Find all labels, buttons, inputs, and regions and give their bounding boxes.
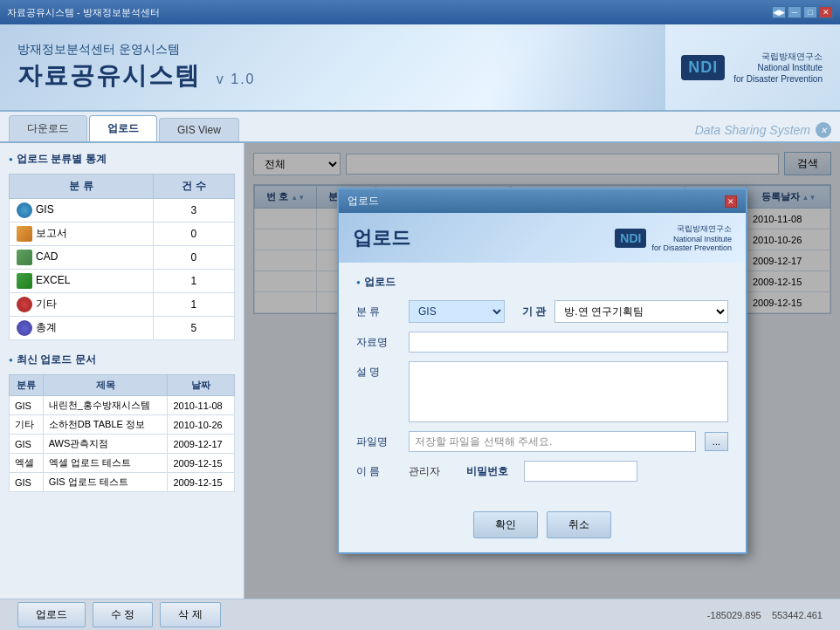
stats-table: 분 류 건 수 GIS 3 보고서 0 CAD 0 EXCEL (9, 174, 235, 340)
dataname-label: 자료명 (356, 335, 400, 350)
form-row-dataname: 자료명 (356, 332, 728, 353)
recent-row-3[interactable]: 엑셀 엑셀 업로드 테스트 2009-12-15 (10, 454, 235, 473)
other-count: 1 (153, 293, 234, 317)
recent-table: 분류 제목 날짜 GIS 내린천_홍수방재시스템 2010-11-08 기타 소… (9, 374, 235, 492)
window-controls: ◀▶ ─ □ ✕ (772, 6, 833, 18)
arrows-btn[interactable]: ◀▶ (772, 6, 786, 18)
recent-row-2[interactable]: GIS AWS관측지점 2009-12-17 (10, 435, 235, 454)
header-subtitle: 방재정보분석센터 운영시스템 (17, 42, 255, 58)
data-sharing-label: Data Sharing System (695, 123, 810, 137)
report-count: 0 (153, 223, 234, 246)
header-left: 방재정보분석센터 운영시스템 자료공유시스템 v 1.0 (17, 42, 255, 92)
desc-textarea[interactable] (409, 361, 728, 422)
modify-button[interactable]: 수 정 (93, 602, 153, 627)
modal-title-bar: 업로드 ✕ (339, 189, 746, 213)
coordinates: -185029.895 553442.461 (707, 610, 823, 620)
desc-label: 설 명 (356, 365, 400, 380)
category-dropdown[interactable]: GIS보고서CADEXCEL기타 (409, 300, 505, 323)
coord-y: 553442.461 (772, 610, 823, 620)
minimize-btn[interactable]: ─ (788, 6, 802, 18)
tab-bar: 다운로드 업로드 GIS View Data Sharing System ✕ (0, 112, 840, 143)
dataname-input[interactable] (409, 332, 728, 353)
form-row-category-org: 분 류 GIS보고서CADEXCEL기타 기 관 방.연 연구기획팀 (356, 300, 728, 323)
recent-header-date: 날짜 (168, 375, 235, 396)
coord-x: -185029.895 (707, 610, 761, 620)
excel-icon (17, 273, 32, 289)
tab-upload[interactable]: 업로드 (89, 115, 157, 141)
tab-close-icon[interactable]: ✕ (816, 122, 831, 138)
form-row-desc: 설 명 (356, 361, 728, 422)
upload-button[interactable]: 업로드 (17, 602, 86, 627)
file-label: 파일명 (356, 435, 400, 449)
stats-row-other: 기타 1 (10, 293, 235, 317)
author-label: 이 름 (356, 464, 400, 479)
header-title: 자료공유시스템 v 1.0 (17, 59, 255, 92)
modal-header: 업로드 NDI 국립방재연구소 National Institute for D… (339, 213, 746, 263)
modal-title: 업로드 (348, 194, 379, 209)
other-icon (17, 297, 32, 312)
modal-close-button[interactable]: ✕ (725, 195, 737, 208)
ndi-logo: NDI (681, 55, 725, 80)
title-bar: 자료공유시스템 - 방재정보분석센터 ◀▶ ─ □ ✕ (0, 0, 840, 24)
recent-section-title: 최신 업로드 문서 (9, 353, 235, 367)
bottom-bar: 업로드 수 정 삭 제 -185029.895 553442.461 (0, 599, 840, 630)
header-right: NDI 국립방재연구소 National Institute for Disas… (681, 51, 823, 85)
close-btn[interactable]: ✕ (819, 6, 833, 18)
form-row-author-password: 이 름 관리자 비밀번호 (356, 461, 728, 482)
report-icon (17, 226, 32, 242)
stats-header-count: 건 수 (153, 175, 234, 199)
org-label: 기 관 (522, 305, 546, 319)
app-header: 방재정보분석센터 운영시스템 자료공유시스템 v 1.0 NDI 국립방재연구소… (0, 24, 840, 112)
main-content: 업로드 분류별 통계 분 류 건 수 GIS 3 보고서 0 CAD (0, 143, 840, 599)
org-dropdown[interactable]: 방.연 연구기획팀 (554, 300, 728, 323)
file-path-input[interactable]: 저장할 파일을 선택해 주세요. (409, 431, 696, 452)
modal-logo-text: 국립방재연구소 National Institute for Disaster … (651, 223, 732, 252)
modal-section-label: 업로드 (356, 275, 728, 290)
confirm-button[interactable]: 확인 (473, 511, 538, 538)
ndi-logo-block: NDI (681, 55, 725, 80)
bottom-buttons: 업로드 수 정 삭 제 (17, 602, 221, 627)
cancel-button[interactable]: 취소 (547, 511, 611, 538)
author-value: 관리자 (409, 464, 440, 479)
header-decoration (491, 24, 665, 110)
tab-gisview[interactable]: GIS View (159, 118, 239, 141)
upload-modal: 업로드 ✕ 업로드 NDI 국립방재연구소 National Institute… (337, 188, 747, 554)
stats-row-excel: EXCEL 1 (10, 270, 235, 293)
total-count: 5 (153, 317, 234, 340)
form-row-file: 파일명 저장할 파일을 선택해 주세요. ... (356, 431, 728, 452)
category-label: 분 류 (356, 305, 400, 319)
stats-row-cad: CAD 0 (10, 246, 235, 270)
stats-row-total: 총계 5 (10, 317, 235, 340)
window-title: 자료공유시스템 - 방재정보분석센터 (7, 6, 160, 19)
password-input[interactable] (524, 461, 637, 482)
maximize-btn[interactable]: □ (803, 6, 817, 18)
modal-overlay: 업로드 ✕ 업로드 NDI 국립방재연구소 National Institute… (244, 143, 840, 599)
stats-section-title: 업로드 분류별 통계 (9, 152, 235, 167)
file-browse-button[interactable]: ... (705, 432, 728, 451)
cad-icon (17, 250, 32, 265)
content-area: 전체GIS보고서CADEXCEL기타 검색 번 호 ▲▼ 분류 ▲▼ 기 관 ▲… (244, 143, 840, 599)
modal-ndi-logo: NDI (615, 229, 646, 248)
total-icon (17, 320, 32, 336)
cad-count: 0 (153, 246, 234, 270)
recent-header-title: 제목 (43, 375, 168, 396)
gis-count: 3 (153, 199, 234, 223)
delete-button[interactable]: 삭 제 (160, 602, 220, 627)
recent-row-4[interactable]: GIS GIS 업로드 테스트 2009-12-15 (10, 473, 235, 492)
password-label: 비밀번호 (466, 464, 508, 479)
stats-header-category: 분 류 (10, 175, 154, 199)
gis-icon (17, 202, 32, 218)
modal-header-logo-area: NDI 국립방재연구소 National Institute for Disas… (615, 223, 732, 252)
modal-footer: 확인 취소 (339, 503, 746, 552)
stats-row-gis: GIS 3 (10, 199, 235, 223)
recent-row-0[interactable]: GIS 내린천_홍수방재시스템 2010-11-08 (10, 396, 235, 415)
recent-header-category: 분류 (10, 375, 44, 396)
modal-body: 업로드 분 류 GIS보고서CADEXCEL기타 기 관 방.연 연구기획팀 자… (339, 263, 746, 503)
tab-download[interactable]: 다운로드 (9, 115, 87, 141)
sidebar: 업로드 분류별 통계 분 류 건 수 GIS 3 보고서 0 CAD (0, 143, 244, 599)
excel-count: 1 (153, 270, 234, 293)
recent-row-1[interactable]: 기타 소하천DB TABLE 정보 2010-10-26 (10, 415, 235, 435)
tab-bar-right: Data Sharing System ✕ (695, 122, 831, 141)
logo-text: 국립방재연구소 National Institute for Disaster … (733, 51, 823, 85)
stats-row-report: 보고서 0 (10, 223, 235, 246)
